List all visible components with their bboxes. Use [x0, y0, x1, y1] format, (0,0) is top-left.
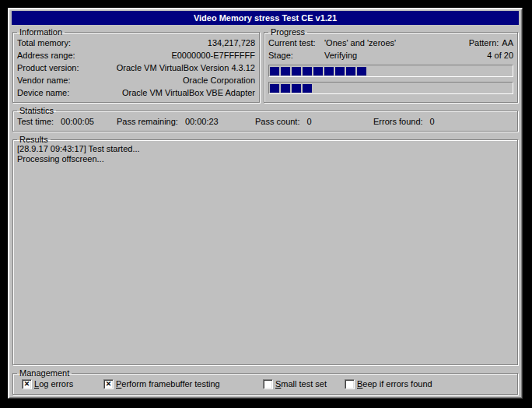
info-value: 134,217,728 [208, 37, 255, 49]
stat-label: Errors found: [373, 117, 423, 126]
stage-label: Stage: [268, 49, 324, 62]
results-group: Results [28.9.17 09:43:17] Test started.… [12, 135, 518, 365]
framebuffer-testing-checkbox[interactable] [103, 379, 114, 389]
stat-value: 00:00:05 [61, 117, 94, 126]
progress-segment [346, 67, 355, 76]
pattern-label: Pattern: [469, 38, 499, 47]
statistics-legend: Statistics [17, 106, 56, 115]
info-label: Total memory: [17, 37, 71, 49]
checkbox-item-beep-errors[interactable]: Beep if errors found [345, 378, 513, 391]
progress-segment [335, 67, 345, 76]
test-progress-bar [268, 65, 513, 77]
top-row: Information Total memory: 134,217,728 Ad… [12, 27, 518, 103]
progress-segment [292, 84, 301, 93]
stat-value: 0 [306, 117, 311, 126]
progress-segment [292, 67, 301, 76]
stage-progress-bar [268, 82, 513, 94]
info-label: Vendor name: [17, 74, 71, 86]
progress-segment [270, 67, 279, 76]
small-test-set-label: Small test set [275, 378, 327, 391]
progress-segment [281, 67, 290, 76]
stage-value: Verifying [324, 49, 487, 62]
stage-row: Stage: Verifying 4 of 20 [268, 49, 513, 62]
progress-segment [303, 84, 312, 93]
progress-segment [313, 67, 323, 76]
beep-errors-checkbox[interactable] [345, 379, 355, 389]
stage-count: 4 of 20 [487, 49, 513, 62]
results-log: [28.9.17 09:43:17] Test started... Proce… [17, 144, 513, 164]
checkbox-item-small-test-set[interactable]: Small test set [263, 378, 345, 391]
main-area: Information Total memory: 134,217,728 Ad… [11, 25, 520, 396]
info-row-total-memory: Total memory: 134,217,728 [17, 37, 255, 49]
stat-label: Test time: [17, 117, 54, 126]
framebuffer-testing-label: Perform framebuffer testing [116, 378, 220, 391]
info-value: E0000000-E7FFFFFF [171, 49, 255, 62]
progress-segment [357, 67, 366, 76]
stat-value: 0 [430, 117, 435, 126]
beep-errors-label: Beep if errors found [357, 378, 432, 391]
info-value: Oracle VM VirtualBox VBE Adapter [122, 86, 255, 99]
stat-errors-found: Errors found:0 [373, 115, 513, 128]
progress-segment [303, 67, 312, 76]
progress-segment [281, 84, 290, 93]
app-window: Video Memory stress Test CE v1.21 Inform… [8, 8, 523, 399]
progress-group: Progress Current test: 'Ones' and 'zeroe… [264, 27, 518, 103]
info-row-vendor-name: Vendor name: Oracle Corporation [17, 74, 255, 86]
information-group: Information Total memory: 134,217,728 Ad… [12, 27, 260, 103]
current-test-value: 'Ones' and 'zeroes' [324, 37, 469, 49]
log-line: Processing offscreen... [17, 154, 513, 164]
info-label: Device name: [17, 86, 69, 99]
stat-test-time: Test time:00:00:05 [17, 115, 117, 128]
pattern-value: AA [502, 38, 513, 47]
checkbox-item-log-errors[interactable]: Log errors [22, 378, 103, 391]
info-value: Oracle Corporation [183, 74, 255, 86]
stat-value: 00:00:23 [185, 117, 219, 126]
stat-pass-remaining: Pass remaining:00:00:23 [117, 115, 255, 128]
info-row-address-range: Address range: E0000000-E7FFFFFF [17, 49, 255, 62]
information-legend: Information [17, 27, 65, 37]
progress-segment [324, 67, 334, 76]
current-test-row: Current test: 'Ones' and 'zeroes' Patter… [268, 37, 513, 49]
log-errors-label: Log errors [34, 378, 73, 391]
management-legend: Management [17, 368, 72, 378]
info-row-product-version: Product version: Oracle VM VirtualBox Ve… [17, 62, 255, 74]
statistics-row: Test time:00:00:05 Pass remaining:00:00:… [17, 115, 513, 128]
small-test-set-checkbox[interactable] [263, 379, 273, 389]
stat-label: Pass count: [255, 117, 299, 126]
stat-label: Pass remaining: [117, 117, 178, 126]
stat-pass-count: Pass count:0 [255, 115, 373, 128]
info-row-device-name: Device name: Oracle VM VirtualBox VBE Ad… [17, 86, 255, 99]
log-errors-checkbox[interactable] [22, 379, 32, 389]
current-test-label: Current test: [268, 37, 324, 49]
results-legend: Results [17, 135, 51, 144]
progress-legend: Progress [268, 27, 307, 37]
management-group: Management Log errors Perform framebuffe… [12, 368, 518, 395]
progress-segment [270, 84, 279, 93]
management-row: Log errors Perform framebuffer testing S… [17, 378, 513, 391]
window-title: Video Memory stress Test CE v1.21 [194, 13, 337, 23]
title-bar[interactable]: Video Memory stress Test CE v1.21 [12, 11, 519, 25]
log-line: [28.9.17 09:43:17] Test started... [17, 144, 513, 154]
info-label: Address range: [17, 49, 75, 62]
statistics-group: Statistics Test time:00:00:05 Pass remai… [12, 106, 518, 132]
info-label: Product version: [17, 62, 79, 74]
checkbox-item-framebuffer-testing[interactable]: Perform framebuffer testing [103, 378, 263, 391]
info-value: Oracle VM VirtualBox Version 4.3.12 [117, 62, 255, 74]
pattern-readout: Pattern:AA [469, 37, 513, 49]
